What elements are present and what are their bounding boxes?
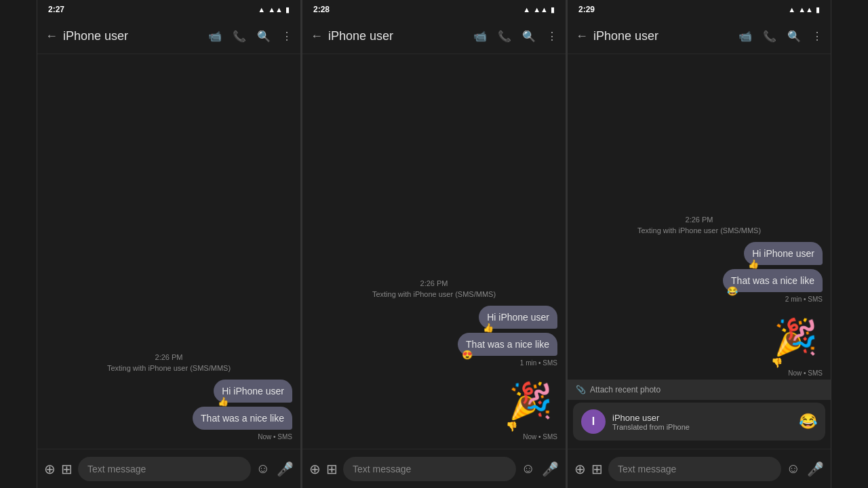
sticker-meta-2: Now • SMS bbox=[311, 433, 557, 441]
battery-icon: ▮ bbox=[285, 5, 290, 14]
more-icon-1[interactable]: ⋮ bbox=[281, 30, 292, 43]
top-actions-2: 📹 📞 🔍 ⋮ bbox=[473, 30, 557, 43]
top-actions-3: 📹 📞 🔍 ⋮ bbox=[738, 30, 823, 43]
bubble-sent-1: Hi iPhone user 👍 bbox=[214, 380, 292, 403]
search-icon-1[interactable]: 🔍 bbox=[257, 30, 271, 43]
message-text: Hi iPhone user bbox=[752, 248, 814, 259]
status-bar-3: 2:29 ▲ ▲▲ ▮ bbox=[568, 0, 831, 19]
bubble-sent-3: Hi iPhone user 👍 bbox=[479, 306, 557, 329]
more-icon-2[interactable]: ⋮ bbox=[547, 30, 557, 43]
more-icon-3[interactable]: ⋮ bbox=[812, 30, 823, 43]
mic-icon-1[interactable]: 🎤 bbox=[277, 461, 294, 477]
status-icons-1: ▲ ▲▲ ▮ bbox=[258, 5, 290, 14]
status-icons-3: ▲ ▲▲ ▮ bbox=[788, 5, 820, 14]
messages-area-3: 2:26 PM Texting with iPhone user (SMS/MM… bbox=[568, 54, 831, 449]
top-bar-2: ← iPhone user 📹 📞 🔍 ⋮ bbox=[302, 19, 566, 54]
add-icon-1[interactable]: ⊕ bbox=[44, 461, 56, 477]
back-button-2[interactable]: ← bbox=[311, 29, 323, 43]
signal-icon-2: ▲▲ bbox=[533, 5, 548, 14]
bubble-sent-6: That was a nice like 😂 bbox=[723, 269, 823, 292]
sticker-row-3: 🎉 👎 bbox=[576, 310, 823, 364]
message-row: That was a nice like 😂 bbox=[576, 269, 823, 292]
emoji-icon-1[interactable]: ☺ bbox=[256, 461, 270, 476]
input-right-1: ☺ 🎤 bbox=[256, 461, 294, 477]
text-input-3[interactable]: Text message bbox=[608, 457, 781, 481]
video-call-icon-2[interactable]: 📹 bbox=[473, 30, 487, 43]
messages-area-1: 2:26 PM Texting with iPhone user (SMS/MM… bbox=[37, 54, 300, 449]
sticker-reaction-3: 👎 bbox=[771, 357, 783, 368]
back-button-3[interactable]: ← bbox=[576, 29, 588, 43]
sticker-reaction: 👎 bbox=[506, 421, 517, 432]
message-text: Hi iPhone user bbox=[487, 312, 549, 323]
text-input-2[interactable]: Text message bbox=[343, 457, 516, 481]
text-input-placeholder-2: Text message bbox=[353, 464, 411, 474]
notif-sub: Translated from iPhone bbox=[612, 423, 792, 431]
message-meta-2: 1 min • SMS bbox=[311, 359, 557, 367]
emoji-icon-2[interactable]: ☺ bbox=[521, 461, 535, 476]
time-label-1: 2:26 PM bbox=[37, 353, 300, 361]
add-icon-3[interactable]: ⊕ bbox=[574, 461, 586, 477]
gallery-icon-3[interactable]: ⊞ bbox=[591, 461, 603, 477]
gallery-icon-1[interactable]: ⊞ bbox=[61, 461, 73, 477]
video-call-icon-1[interactable]: 📹 bbox=[208, 30, 222, 43]
input-bar-3: ⊕ ⊞ Text message ☺ 🎤 bbox=[568, 449, 831, 488]
bubble-sent-4: That was a nice like 😍 bbox=[458, 333, 557, 356]
attach-bar: 📎 Attach recent photo bbox=[568, 380, 831, 400]
messages-area-2: 2:26 PM Texting with iPhone user (SMS/MM… bbox=[302, 54, 566, 449]
gallery-icon-2[interactable]: ⊞ bbox=[326, 461, 338, 477]
system-label-3: Texting with iPhone user (SMS/MMS) bbox=[568, 226, 831, 235]
notif-emoji: 😂 bbox=[799, 413, 817, 430]
attach-label: Attach recent photo bbox=[590, 385, 660, 394]
notif-text-block: iPhone user Translated from iPhone bbox=[612, 413, 792, 431]
sticker-bubble-2: 🎉 👎 bbox=[503, 373, 557, 428]
bubble-sent-5: Hi iPhone user 👍 bbox=[744, 242, 823, 265]
signal-icon-3: ▲▲ bbox=[798, 5, 813, 14]
wifi-icon-3: ▲ bbox=[788, 5, 795, 14]
contact-name-3: iPhone user bbox=[593, 29, 738, 43]
top-bar-1: ← iPhone user 📹 📞 🔍 ⋮ bbox=[37, 19, 300, 54]
message-text: That was a nice like bbox=[201, 413, 284, 424]
input-right-3: ☺ 🎤 bbox=[787, 461, 824, 477]
reaction-emoji: 😂 bbox=[727, 286, 738, 298]
input-bar-2: ⊕ ⊞ Text message ☺ 🎤 bbox=[302, 449, 566, 488]
sticker-meta-3: Now • SMS bbox=[576, 369, 823, 377]
phone-screen-1: 2:27 ▲ ▲▲ ▮ ← iPhone user 📹 📞 🔍 ⋮ 2:26 P… bbox=[37, 0, 301, 488]
search-icon-3[interactable]: 🔍 bbox=[787, 30, 801, 43]
status-bar-1: 2:27 ▲ ▲▲ ▮ bbox=[37, 0, 300, 19]
system-label-1: Texting with iPhone user (SMS/MMS) bbox=[37, 364, 300, 372]
bubble-sent-2: That was a nice like bbox=[193, 407, 292, 430]
call-icon-2[interactable]: 📞 bbox=[498, 30, 511, 43]
notif-name: iPhone user bbox=[612, 413, 792, 423]
contact-name-1: iPhone user bbox=[63, 29, 208, 43]
status-time-1: 2:27 bbox=[48, 5, 64, 14]
mic-icon-3[interactable]: 🎤 bbox=[807, 461, 824, 477]
text-input-placeholder-1: Text message bbox=[87, 464, 146, 474]
notification-bar[interactable]: I iPhone user Translated from iPhone 😂 bbox=[573, 403, 825, 441]
phone-screen-3: 2:29 ▲ ▲▲ ▮ ← iPhone user 📹 📞 🔍 ⋮ 2:26 P… bbox=[567, 0, 831, 488]
back-button-1[interactable]: ← bbox=[45, 29, 58, 43]
reaction-emoji: 😍 bbox=[462, 350, 473, 361]
status-time-3: 2:29 bbox=[578, 5, 595, 14]
message-text: That was a nice like bbox=[466, 339, 549, 350]
notif-avatar: I bbox=[581, 409, 606, 434]
message-row: That was a nice like bbox=[45, 407, 292, 430]
text-input-1[interactable]: Text message bbox=[78, 457, 251, 481]
call-icon-3[interactable]: 📞 bbox=[763, 30, 776, 43]
time-label-3: 2:26 PM bbox=[568, 216, 831, 224]
wifi-icon: ▲ bbox=[258, 5, 265, 14]
message-row: Hi iPhone user 👍 bbox=[45, 380, 292, 403]
sticker-row-2: 🎉 👎 bbox=[311, 373, 557, 428]
status-icons-2: ▲ ▲▲ ▮ bbox=[523, 5, 555, 14]
search-icon-2[interactable]: 🔍 bbox=[522, 30, 536, 43]
mic-icon-2[interactable]: 🎤 bbox=[542, 461, 559, 477]
system-label-2: Texting with iPhone user (SMS/MMS) bbox=[302, 290, 566, 298]
input-right-2: ☺ 🎤 bbox=[521, 461, 559, 477]
add-icon-2[interactable]: ⊕ bbox=[309, 461, 321, 477]
signal-icon: ▲▲ bbox=[268, 5, 283, 14]
call-icon-1[interactable]: 📞 bbox=[233, 30, 246, 43]
emoji-icon-3[interactable]: ☺ bbox=[787, 461, 800, 476]
video-call-icon-3[interactable]: 📹 bbox=[738, 30, 752, 43]
wifi-icon-2: ▲ bbox=[523, 5, 530, 14]
message-text: That was a nice like bbox=[731, 275, 814, 286]
phone-screen-2: 2:28 ▲ ▲▲ ▮ ← iPhone user 📹 📞 🔍 ⋮ 2:26 P… bbox=[302, 0, 566, 488]
